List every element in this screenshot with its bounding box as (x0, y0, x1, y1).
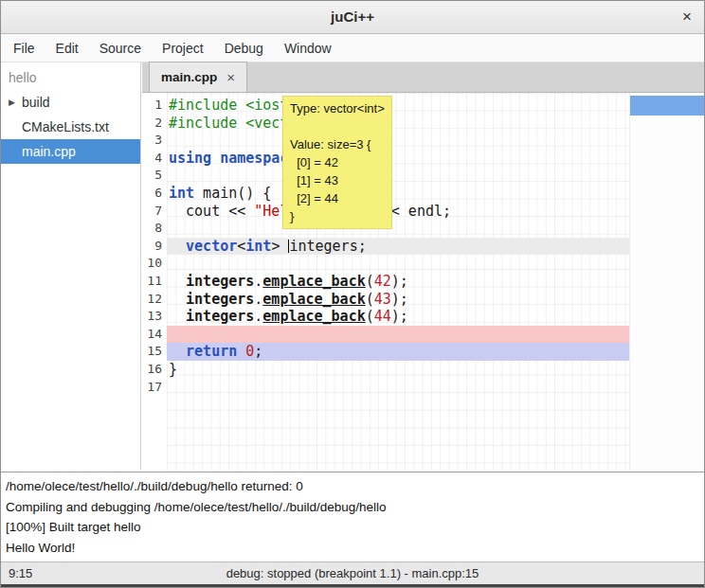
menu-item-window[interactable]: Window (274, 36, 342, 61)
code-line-3[interactable] (167, 132, 629, 150)
tree-item-label: CMakeLists.txt (22, 119, 109, 134)
line-number[interactable]: 2 (142, 115, 167, 133)
terminal-line: /home/olece/test/hello/./build/debug/hel… (6, 476, 699, 497)
terminal-line: Compiling and debugging /home/olece/test… (6, 497, 699, 518)
line-number[interactable]: 1 (142, 97, 167, 115)
code-line-7[interactable]: cout << "Hello World!" << endl; (167, 203, 629, 221)
code-line-15[interactable]: return 0; (167, 343, 629, 361)
terminal-line: [100%] Built target hello (6, 517, 699, 538)
close-window-icon[interactable]: × (682, 8, 692, 27)
code-line-6[interactable]: int main() { (167, 185, 629, 203)
file-sidebar: hello ▶buildCMakeLists.txtmain.cpp (1, 62, 141, 470)
menu-item-project[interactable]: Project (152, 36, 214, 61)
menu-item-file[interactable]: File (3, 36, 45, 61)
tree-item-build[interactable]: ▶build (1, 90, 140, 115)
status-bar: 9:15 debug: stopped (breakpoint 1.1) - m… (1, 561, 704, 584)
menu-bar: FileEditSourceProjectDebugWindow (1, 34, 704, 62)
menu-item-debug[interactable]: Debug (214, 36, 274, 61)
line-number[interactable]: 14 (142, 326, 167, 344)
file-tree: ▶buildCMakeLists.txtmain.cpp (1, 90, 140, 164)
debug-status: debug: stopped (breakpoint 1.1) - main.c… (1, 566, 704, 580)
code-lines[interactable]: #include <iostream>#include <vector>usin… (167, 93, 629, 470)
window-bottom-edge (1, 584, 704, 588)
line-number[interactable]: 6 (142, 185, 167, 203)
code-editor: 1234567891011121314151617 #include <iost… (142, 93, 704, 470)
line-number[interactable]: 8 (142, 220, 167, 238)
code-line-1[interactable]: #include <iostream> (167, 97, 629, 115)
code-line-13[interactable]: integers.emplace_back(44); (167, 308, 629, 326)
title-bar: juCi++ × (1, 1, 704, 34)
debug-value-tooltip: Type: vector<int> Value: size=3 { [0] = … (282, 96, 392, 229)
code-line-9[interactable]: vector<int> integers; (167, 238, 629, 256)
line-number[interactable]: 10 (142, 255, 167, 273)
code-line-10[interactable] (167, 255, 629, 273)
minimap[interactable] (629, 93, 704, 470)
line-number[interactable]: 16 (142, 361, 167, 379)
line-number[interactable]: 3 (142, 132, 167, 150)
line-number[interactable]: 13 (142, 308, 167, 326)
line-number[interactable]: 11 (142, 273, 167, 291)
terminal-output: /home/olece/test/hello/./build/debug/hel… (1, 472, 704, 561)
line-number[interactable]: 5 (142, 167, 167, 185)
gutter: 1234567891011121314151617 (142, 93, 167, 470)
tab-main-cpp[interactable]: main.cpp × (149, 62, 247, 92)
scrollbar-thumb[interactable] (630, 96, 704, 116)
line-number[interactable]: 9 (142, 238, 167, 256)
menu-item-source[interactable]: Source (89, 36, 152, 61)
code-line-4[interactable]: using namespace std; (167, 150, 629, 168)
tab-bar: main.cpp × (142, 62, 704, 93)
code-line-12[interactable]: integers.emplace_back(43); (167, 291, 629, 309)
app-window: juCi++ × FileEditSourceProjectDebugWindo… (0, 0, 705, 588)
code-line-2[interactable]: #include <vector> (167, 115, 629, 133)
tree-item-label: main.cpp (22, 144, 76, 159)
terminal-line: Hello World! (6, 538, 699, 559)
code-line-8[interactable] (167, 220, 629, 238)
menu-item-edit[interactable]: Edit (45, 36, 89, 61)
line-number[interactable]: 17 (142, 379, 167, 397)
code-line-5[interactable] (167, 167, 629, 185)
tree-item-cmakelists-txt[interactable]: CMakeLists.txt (1, 115, 140, 139)
line-number[interactable]: 7 (142, 203, 167, 221)
tree-item-main-cpp[interactable]: main.cpp (1, 139, 140, 164)
line-number[interactable]: 12 (142, 291, 167, 309)
code-line-14[interactable] (167, 326, 629, 344)
code-line-17[interactable] (167, 379, 629, 397)
code-line-11[interactable]: integers.emplace_back(42); (167, 273, 629, 291)
tab-close-icon[interactable]: × (226, 69, 235, 85)
tab-label: main.cpp (161, 70, 217, 84)
main-area: main.cpp × 1234567891011121314151617 #in… (142, 62, 704, 470)
expander-icon[interactable]: ▶ (1, 98, 22, 107)
code-line-16[interactable]: } (167, 361, 629, 379)
project-directory-label: hello (1, 65, 140, 90)
line-number[interactable]: 15 (142, 343, 167, 361)
tree-item-label: build (22, 95, 50, 110)
line-number[interactable]: 4 (142, 150, 167, 168)
window-title: juCi++ (1, 9, 704, 25)
